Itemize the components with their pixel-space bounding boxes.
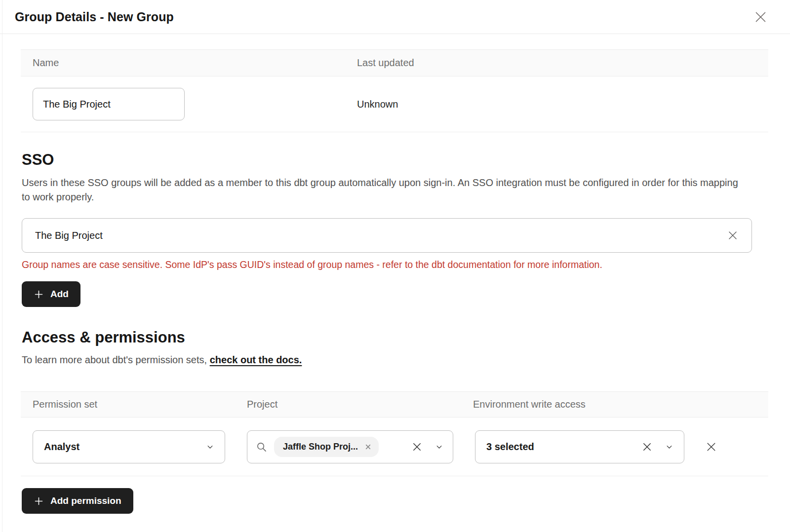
column-header-environment-write-access: Environment write access — [461, 399, 768, 410]
project-cell: Jaffle Shop Proj... — [235, 430, 461, 463]
clear-x-icon[interactable] — [411, 441, 423, 453]
delete-permission-row-icon[interactable] — [705, 441, 717, 453]
permission-set-cell: Analyst — [21, 430, 235, 463]
add-sso-group-button[interactable]: Add — [22, 281, 80, 307]
access-permissions-heading: Access & permissions — [22, 329, 790, 346]
environment-selected-value: 3 selected — [486, 441, 534, 453]
chevron-down-icon[interactable] — [435, 443, 443, 451]
clear-x-icon[interactable] — [727, 229, 739, 241]
page-title: Group Details - New Group — [15, 10, 174, 24]
close-icon[interactable] — [754, 10, 767, 24]
add-permission-button-label: Add permission — [50, 495, 121, 506]
sso-description: Users in these SSO groups will be added … — [22, 176, 748, 204]
column-header-name: Name — [21, 57, 357, 69]
sso-group-input[interactable] — [35, 230, 727, 241]
group-name-input[interactable] — [33, 88, 185, 120]
chevron-down-icon[interactable] — [666, 443, 673, 451]
sso-heading: SSO — [22, 151, 790, 169]
chip-remove-x-icon[interactable] — [365, 444, 371, 450]
permission-set-value: Analyst — [44, 441, 79, 453]
permission-set-select[interactable]: Analyst — [33, 430, 225, 463]
add-permission-button[interactable]: Add permission — [22, 488, 133, 514]
permissions-description: To learn more about dbt's permission set… — [22, 354, 790, 366]
chevron-down-icon[interactable] — [206, 443, 214, 451]
group-name-table: Name Last updated Unknown — [21, 49, 768, 132]
modal-header: Group Details - New Group — [0, 0, 790, 34]
environment-cell: 3 selected — [461, 430, 768, 463]
plus-icon — [34, 289, 44, 300]
project-multiselect[interactable]: Jaffle Shop Proj... — [247, 430, 453, 463]
column-header-last-updated: Last updated — [357, 57, 768, 69]
column-header-project: Project — [235, 399, 461, 410]
add-button-label: Add — [50, 289, 69, 300]
clear-x-icon[interactable] — [641, 441, 653, 453]
search-icon — [256, 441, 267, 453]
plus-icon — [34, 496, 44, 506]
permissions-table: Permission set Project Environment write… — [21, 391, 768, 476]
name-cell — [21, 88, 357, 120]
last-updated-value: Unknown — [357, 99, 768, 110]
sso-case-sensitive-warning: Group names are case sensitive. Some IdP… — [22, 259, 790, 270]
permissions-description-text: To learn more about dbt's permission set… — [22, 354, 210, 365]
group-name-table-header: Name Last updated — [21, 49, 768, 76]
docs-link[interactable]: check out the docs. — [210, 354, 302, 365]
project-chip-label: Jaffle Shop Proj... — [283, 442, 358, 452]
environment-write-access-select[interactable]: 3 selected — [475, 430, 684, 463]
sso-group-field[interactable] — [22, 218, 752, 253]
project-chip[interactable]: Jaffle Shop Proj... — [274, 437, 379, 457]
permissions-table-header: Permission set Project Environment write… — [21, 391, 768, 418]
permission-row: Analyst Jaffle Shop Proj... — [21, 418, 768, 476]
table-row: Unknown — [21, 76, 768, 132]
column-header-permission-set: Permission set — [21, 399, 235, 410]
modal-left-edge-divider — [2, 0, 2, 532]
